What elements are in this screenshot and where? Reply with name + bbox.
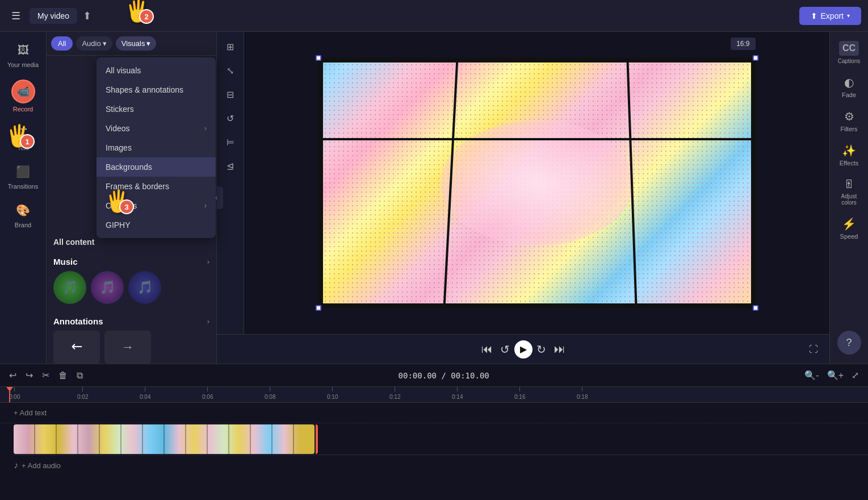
music-thumb-3[interactable]: 🎵 — [128, 271, 161, 304]
delete-tool[interactable]: 🗑 — [56, 368, 70, 383]
right-tool-filters[interactable]: ⚙ Filters — [833, 105, 865, 137]
comic-visual — [318, 58, 756, 308]
sidebar-item-transitions[interactable]: ⬛ Transitions — [3, 158, 43, 194]
sidebar-item-your-media[interactable]: 🖼 Your media — [3, 36, 43, 73]
skip-back-button[interactable]: ⏮ — [478, 340, 496, 359]
playhead-triangle — [6, 387, 13, 391]
right-tool-adjust-colors[interactable]: 🎚 Adjust colors — [833, 173, 865, 210]
handle-top-right[interactable] — [753, 55, 758, 61]
skip-forward-button[interactable]: ⏭ — [551, 340, 569, 359]
annotation-thumb-1[interactable]: ↗ — [53, 331, 100, 364]
rewind-button[interactable]: ↺ — [496, 340, 514, 359]
dropdown-item-all-visuals[interactable]: All visuals — [97, 61, 216, 80]
dropdown-item-images[interactable]: Images — [97, 138, 216, 157]
ruler-tick-12: 0:12 — [389, 387, 400, 400]
dropdown-item-overlays[interactable]: Overlays › — [97, 196, 216, 215]
cut-tool[interactable]: ✂ — [40, 368, 52, 383]
effects-icon: ✨ — [842, 144, 856, 157]
audio-chevron-icon: ▾ — [103, 39, 107, 48]
arrow-white-icon: ↗ — [67, 338, 86, 357]
timeline-area: ↩ ↪ ✂ 🗑 ⧉ 00:00.00 / 00:10.00 🔍- 🔍+ ⤢ 0:… — [0, 364, 868, 500]
adjust-colors-icon: 🎚 — [844, 178, 855, 191]
annotations-section-header: Annotations › — [47, 309, 216, 331]
dropdown-item-backgrounds[interactable]: Backgrounds — [97, 157, 216, 177]
handle-top-left[interactable] — [316, 55, 321, 61]
redo-button[interactable]: ↪ — [23, 368, 35, 383]
export-button[interactable]: ⬆ Export ▾ — [799, 7, 861, 25]
music-section-arrow-icon[interactable]: › — [207, 257, 209, 266]
music-section-title: Music — [53, 257, 78, 266]
right-tool-fade[interactable]: ◐ Fade — [833, 71, 865, 103]
resize-tool[interactable]: ⤡ — [220, 60, 241, 81]
right-tool-captions[interactable]: CC Captions — [833, 36, 865, 69]
dropdown-item-videos[interactable]: Videos › — [97, 119, 216, 138]
copy-tool[interactable]: ⧉ — [74, 368, 85, 383]
rotate-tool[interactable]: ↺ — [220, 108, 241, 128]
dropdown-item-stickers[interactable]: Stickers — [97, 99, 216, 119]
music-section-header: Music › — [47, 249, 216, 271]
fade-icon: ◐ — [844, 76, 854, 89]
fit-timeline-button[interactable]: ⤢ — [849, 368, 861, 383]
flip-tool[interactable]: ⊴ — [220, 156, 241, 176]
transitions-icon: ⬛ — [14, 163, 32, 181]
crop-tool[interactable]: ⊞ — [220, 36, 241, 57]
zoom-out-button[interactable]: 🔍- — [802, 368, 821, 383]
undo-button[interactable]: ↩ — [7, 368, 19, 383]
help-button[interactable]: ? — [837, 331, 861, 355]
annotation-thumb-2[interactable]: → — [104, 331, 151, 364]
dropdown-item-giphy[interactable]: GIPHY — [97, 215, 216, 235]
add-text-button[interactable]: + Add text — [14, 409, 47, 417]
ruler-tick-10: 0:10 — [327, 387, 338, 400]
ruler-tick-2: 0:02 — [77, 387, 88, 400]
export-chevron-icon: ▾ — [847, 13, 850, 19]
filter-visuals-dropdown[interactable]: Visuals ▾ — [116, 36, 157, 51]
annotations-grid: ↗ → — [47, 331, 216, 364]
fullscreen-button[interactable]: ⛶ — [809, 344, 818, 355]
position-tool[interactable]: ⊟ — [220, 84, 241, 105]
record-avatar: 📹 — [11, 80, 35, 103]
main-area: 🖼 Your media 📹 Record T Text ⬛ Transitio… — [0, 32, 868, 364]
align-tool[interactable]: ⊨ — [220, 132, 241, 152]
filters-icon: ⚙ — [844, 110, 854, 123]
aspect-ratio-badge[interactable]: 16:9 — [731, 38, 755, 50]
sidebar-item-brand[interactable]: 🎨 Brand — [3, 197, 43, 233]
add-audio-button[interactable]: + Add audio — [22, 461, 61, 470]
export-icon: ⬆ — [811, 11, 817, 20]
annotations-section-title: Annotations — [53, 316, 103, 326]
save-icon[interactable]: ⬆ — [83, 10, 91, 22]
film-strip[interactable] — [14, 424, 315, 454]
dropdown-item-frames[interactable]: Frames & borders — [97, 177, 216, 196]
video-frame — [318, 58, 756, 308]
your-media-icon: 🖼 — [14, 41, 32, 59]
zoom-in-button[interactable]: 🔍+ — [825, 368, 846, 383]
timeline-toolbar: ↩ ↪ ✂ 🗑 ⧉ 00:00.00 / 00:10.00 🔍- 🔍+ ⤢ — [0, 364, 868, 387]
sidebar-item-text[interactable]: T Text — [3, 119, 43, 156]
fast-forward-button[interactable]: ↻ — [532, 340, 551, 359]
sidebar-item-record[interactable]: 📹 Record — [3, 75, 43, 117]
dropdown-menu: All visuals Shapes & annotations Sticker… — [97, 57, 216, 238]
arrow-gray-icon: → — [121, 340, 134, 355]
tab-myvideo[interactable]: My video — [30, 8, 77, 24]
outer-border — [318, 58, 756, 308]
music-thumb-1[interactable]: 🎵 — [53, 271, 86, 304]
film-strip-end — [316, 424, 318, 454]
overlays-arrow-icon: › — [204, 202, 207, 210]
center-area: ⊞ ⤡ ⊟ ↺ ⊨ ⊴ 16:9 — [217, 32, 829, 364]
music-thumb-2[interactable]: 🎵 — [91, 271, 124, 304]
ruler-tick-4: 0:04 — [140, 387, 150, 400]
ruler-tick-18: 0:18 — [577, 387, 588, 400]
right-tool-speed[interactable]: ⚡ Speed — [833, 213, 865, 244]
annotations-arrow-icon[interactable]: › — [207, 317, 209, 326]
right-tool-effects[interactable]: ✨ Effects — [833, 139, 865, 171]
filter-audio-dropdown[interactable]: Audio ▾ — [76, 36, 112, 51]
play-button[interactable]: ▶ — [514, 340, 532, 359]
handle-bottom-left[interactable] — [316, 305, 321, 311]
brand-icon: 🎨 — [14, 201, 32, 219]
video-track — [14, 423, 868, 455]
hamburger-menu[interactable]: ☰ — [7, 7, 25, 25]
add-audio-track: ♪ + Add audio — [0, 455, 868, 476]
handle-bottom-right[interactable] — [753, 305, 758, 311]
playhead[interactable] — [9, 387, 10, 402]
dropdown-item-shapes[interactable]: Shapes & annotations — [97, 80, 216, 99]
filter-all-button[interactable]: All — [51, 36, 73, 51]
